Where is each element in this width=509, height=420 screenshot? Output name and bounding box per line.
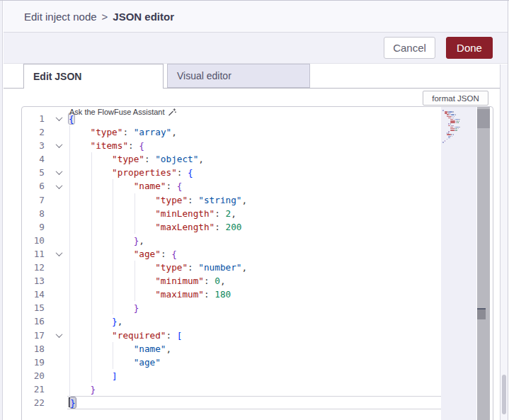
indent-guide	[113, 274, 113, 288]
code-line[interactable]: 18 "name",	[22, 342, 442, 356]
code-token: ,	[166, 344, 172, 354]
fold-gutter	[49, 342, 69, 356]
line-number: 6	[22, 179, 49, 193]
dialog-left-edge	[0, 1, 3, 420]
code-token: ,	[220, 276, 226, 286]
editor-tabs: Visual editor Edit JSON	[4, 64, 508, 89]
fold-gutter[interactable]	[49, 329, 69, 342]
code-line[interactable]: 17 "required": [	[22, 329, 442, 342]
bracket-match: }	[70, 397, 76, 408]
code-line[interactable]: 19 "age"	[22, 356, 442, 369]
code-token: "required"	[112, 330, 166, 341]
editor-scrollbar-thumb[interactable]	[477, 109, 490, 128]
code-line[interactable]: 15 }	[22, 301, 442, 314]
code-line[interactable]: 16 },	[22, 314, 442, 328]
code-line[interactable]: 4 "type": "object",	[22, 152, 442, 166]
done-button[interactable]: Done	[446, 37, 493, 59]
indent-guide	[113, 193, 113, 207]
code-line[interactable]: 6 "name": {	[22, 179, 442, 193]
minimap-mark	[448, 123, 450, 125]
code-line[interactable]: 3 "items": {	[22, 139, 442, 152]
fold-gutter	[49, 396, 69, 409]
fold-gutter[interactable]	[49, 139, 69, 152]
code-token: :	[128, 140, 139, 151]
code-line[interactable]: 2 "type": "array",	[22, 125, 442, 139]
fold-chevron-icon[interactable]	[55, 114, 62, 121]
code-line[interactable]: 20 ]	[22, 369, 442, 382]
code-text: "age"	[69, 356, 442, 369]
code-line[interactable]: 22}	[22, 396, 442, 409]
code-token: "maximum"	[155, 289, 204, 300]
code-line[interactable]: 8 "minLength": 2,	[22, 207, 442, 220]
code-text: "items": {	[69, 139, 442, 152]
indent-guide	[91, 369, 92, 382]
fold-gutter[interactable]	[49, 166, 69, 179]
json-editor-dialog: Edit inject node > JSON editor Cancel Do…	[0, 0, 509, 420]
code-line[interactable]: 11 "age": {	[22, 247, 442, 261]
page-scrollbar-thumb[interactable]	[502, 375, 506, 414]
indent-guide	[91, 234, 92, 247]
fold-chevron-icon[interactable]	[55, 169, 62, 176]
indent-guide	[91, 152, 92, 166]
minimap-mark	[456, 130, 457, 131]
minimap-mark	[451, 134, 452, 135]
minimap-mark	[453, 134, 454, 135]
minimap-mark	[442, 110, 444, 111]
tab-visual-editor[interactable]: Visual editor	[167, 64, 310, 88]
minimap-mark	[457, 122, 459, 123]
code-line[interactable]: 9 "maxLength": 200	[22, 220, 442, 234]
cancel-button[interactable]: Cancel	[384, 37, 435, 59]
indent-guide	[113, 179, 113, 193]
code-lines[interactable]: 1{2 "type": "array",3 "items": {4 "type"…	[22, 112, 442, 409]
code-line[interactable]: 21 }	[22, 382, 442, 396]
fold-chevron-icon[interactable]	[55, 182, 62, 189]
tab-edit-json[interactable]: Edit JSON	[23, 64, 164, 89]
code-line[interactable]: 14 "maximum": 180	[22, 288, 442, 301]
code-token: }	[91, 384, 96, 395]
minimap-mark	[459, 127, 460, 128]
fold-chevron-icon[interactable]	[55, 141, 62, 148]
code-token: :	[177, 167, 188, 178]
fold-gutter	[49, 288, 69, 301]
code-line[interactable]: 12 "type": "number",	[22, 261, 442, 274]
minimap-mark	[456, 122, 457, 123]
code-line[interactable]: 10 },	[22, 234, 442, 247]
code-text: }	[69, 382, 442, 396]
fold-chevron-icon[interactable]	[55, 249, 62, 256]
code-token	[69, 127, 91, 137]
code-token	[69, 154, 112, 164]
code-text: "type": "string",	[69, 193, 442, 207]
line-number: 22	[22, 396, 49, 409]
line-number: 20	[22, 369, 49, 382]
code-token: :	[204, 276, 215, 286]
code-token: :	[166, 181, 177, 191]
code-token: {	[188, 167, 193, 178]
fold-gutter[interactable]	[49, 247, 69, 261]
minimap[interactable]	[441, 107, 476, 420]
fold-gutter[interactable]	[49, 112, 69, 125]
code-token: ,	[198, 154, 204, 164]
line-number: 2	[22, 125, 49, 139]
fold-chevron-icon[interactable]	[55, 331, 62, 338]
indent-guide	[91, 193, 92, 207]
fold-gutter[interactable]	[49, 179, 69, 193]
minimap-mark	[454, 116, 455, 118]
code-text: ]	[69, 369, 442, 382]
indent-guide	[91, 274, 92, 288]
breadcrumb-parent[interactable]: Edit inject node	[24, 11, 97, 23]
code-token	[69, 167, 112, 178]
code-line[interactable]: 13 "minimum": 0,	[22, 274, 442, 288]
code-line[interactable]: 7 "type": "string",	[22, 193, 442, 207]
fold-gutter	[49, 193, 69, 207]
indent-guide	[69, 166, 70, 179]
assistant-hint-label: Ask the FlowFuse Assistant	[69, 108, 165, 116]
format-json-button[interactable]: format JSON	[423, 91, 488, 106]
json-code-editor[interactable]: Ask the FlowFuse Assistant 1{2 "type": "…	[21, 106, 493, 420]
editor-scrollbar-marker[interactable]	[477, 308, 486, 319]
assistant-hint[interactable]: Ask the FlowFuse Assistant	[69, 107, 176, 116]
editor-scrollbar[interactable]	[477, 107, 490, 420]
code-text: "maximum": 180	[69, 288, 442, 301]
code-line[interactable]: 5 "properties": {	[22, 166, 442, 179]
code-token: :	[161, 249, 171, 259]
indent-guide	[135, 193, 135, 207]
